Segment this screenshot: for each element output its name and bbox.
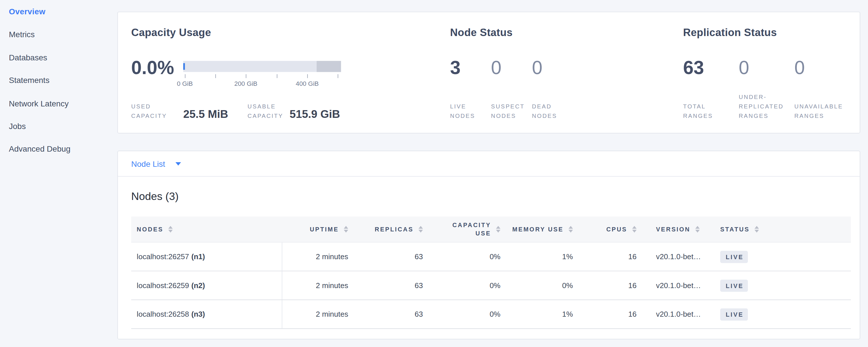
- node-name: (n2): [191, 281, 205, 289]
- live-nodes-label: LIVE NODES: [450, 102, 483, 121]
- node-address: localhost:26258: [137, 310, 189, 318]
- replicas-cell: 63: [349, 300, 424, 328]
- under-replicated-ranges-value: 0: [739, 56, 795, 78]
- column-label: UPTIME: [310, 226, 339, 232]
- sort-icon: [418, 226, 423, 232]
- capacity-usage-section: Capacity Usage 0.0% 0 GiB 200 GiB 400 Gi…: [131, 12, 441, 133]
- cpus-cell: 16: [574, 243, 638, 271]
- capacity-bar-used-segment: [183, 63, 185, 70]
- column-header-status[interactable]: STATUS: [718, 217, 851, 242]
- memory-use-cell: 1%: [502, 300, 574, 328]
- table-row[interactable]: localhost:26257 (n1) 2 minutes 63 0% 1% …: [131, 243, 851, 272]
- column-label: CPUS: [606, 226, 627, 232]
- uptime-cell: 2 minutes: [282, 271, 349, 299]
- sort-icon: [344, 226, 348, 232]
- node-status-section: Node Status 3 0 0 LIVE NODES SUSPECT NOD…: [450, 12, 616, 133]
- table-row[interactable]: localhost:26258 (n3) 2 minutes 63 0% 1% …: [131, 300, 851, 329]
- suspect-nodes-label: SUSPECT NODES: [491, 102, 527, 121]
- node-name: (n3): [191, 310, 205, 318]
- axis-tick: [338, 74, 338, 78]
- column-header-capacity-use[interactable]: CAPACITY USE: [424, 217, 502, 242]
- status-badge: LIVE: [720, 308, 748, 320]
- live-nodes-value: 3: [450, 56, 491, 78]
- node-status-title: Node Status: [450, 27, 513, 39]
- sort-icon: [496, 226, 500, 232]
- capacity-use-cell: 0%: [424, 271, 502, 299]
- replication-status-title: Replication Status: [683, 27, 777, 39]
- column-header-uptime[interactable]: UPTIME: [282, 217, 349, 242]
- memory-use-cell: 1%: [502, 243, 574, 271]
- status-badge: LIVE: [720, 251, 748, 263]
- column-label: STATUS: [720, 226, 750, 232]
- axis-tick-label: 0 GiB: [177, 81, 193, 87]
- node-list-card: Node List Nodes (3) NODES UPTIME REPLICA…: [117, 151, 860, 339]
- node-address: localhost:26259: [137, 281, 189, 289]
- uptime-cell: 2 minutes: [282, 300, 349, 328]
- column-header-replicas[interactable]: REPLICAS: [349, 217, 424, 242]
- cpus-cell: 16: [574, 300, 638, 328]
- suspect-nodes-value: 0: [491, 56, 532, 78]
- sidebar-item-databases[interactable]: Databases: [9, 52, 108, 63]
- sidebar-item-advanced-debug[interactable]: Advanced Debug: [9, 144, 108, 155]
- under-replicated-ranges-label: UNDER-REPLICATED RANGES: [739, 92, 789, 121]
- nodes-table: NODES UPTIME REPLICAS CAPACITY USE MEMOR…: [131, 217, 851, 329]
- table-header-row: NODES UPTIME REPLICAS CAPACITY USE MEMOR…: [131, 217, 851, 243]
- uptime-cell: 2 minutes: [282, 243, 349, 271]
- status-badge: LIVE: [720, 280, 748, 292]
- sidebar-item-overview[interactable]: Overview: [9, 6, 108, 17]
- cluster-summary-card: Capacity Usage 0.0% 0 GiB 200 GiB 400 Gi…: [117, 12, 860, 134]
- nodes-heading: Nodes (3): [131, 190, 179, 203]
- node-address-cell[interactable]: localhost:26257 (n1): [131, 243, 282, 271]
- status-cell: LIVE: [718, 271, 851, 299]
- axis-tick: [215, 74, 216, 78]
- used-capacity-label: USED CAPACITY: [131, 102, 183, 121]
- node-list-selector-label: Node List: [131, 159, 165, 168]
- dead-nodes-value: 0: [532, 56, 573, 78]
- memory-use-cell: 0%: [502, 271, 574, 299]
- total-ranges-value: 63: [683, 56, 739, 78]
- sidebar: Overview Metrics Databases Statements Ne…: [9, 6, 108, 166]
- column-label: REPLICAS: [375, 226, 413, 232]
- replicas-cell: 63: [349, 243, 424, 271]
- capacity-bar-unusable-segment: [317, 61, 341, 72]
- node-status-values: 3 0 0: [450, 56, 573, 78]
- cpus-cell: 16: [574, 271, 638, 299]
- replication-labels: TOTAL RANGES UNDER-REPLICATED RANGES UNA…: [683, 99, 850, 121]
- capacity-usage-title: Capacity Usage: [131, 27, 211, 39]
- sidebar-item-metrics[interactable]: Metrics: [9, 29, 108, 40]
- version-cell: v20.1.0-bet…: [638, 243, 718, 271]
- replication-values: 63 0 0: [683, 56, 850, 78]
- sidebar-item-jobs[interactable]: Jobs: [9, 121, 108, 132]
- capacity-percent-value: 0.0%: [131, 56, 174, 78]
- replication-status-section: Replication Status 63 0 0 TOTAL RANGES U…: [683, 12, 866, 133]
- status-cell: LIVE: [718, 300, 851, 328]
- used-capacity-value: 25.5 MiB: [183, 108, 228, 121]
- node-address-cell[interactable]: localhost:26259 (n2): [131, 271, 282, 299]
- usable-capacity-label: USABLE CAPACITY: [248, 102, 290, 121]
- replicas-cell: 63: [349, 271, 424, 299]
- axis-tick: [185, 74, 185, 78]
- sort-icon: [568, 226, 573, 232]
- axis-tick-label: 400 GiB: [296, 81, 319, 87]
- column-header-version[interactable]: VERSION: [638, 217, 718, 242]
- sort-icon: [168, 226, 173, 232]
- total-ranges-label: TOTAL RANGES: [683, 102, 718, 121]
- unavailable-ranges-value: 0: [795, 56, 850, 78]
- table-row[interactable]: localhost:26259 (n2) 2 minutes 63 0% 0% …: [131, 271, 851, 300]
- axis-tick-label: 200 GiB: [234, 81, 257, 87]
- dead-nodes-label: DEAD NODES: [532, 102, 565, 121]
- sidebar-item-statements[interactable]: Statements: [9, 75, 108, 86]
- unavailable-ranges-label: UNAVAILABLE RANGES: [795, 102, 850, 121]
- column-label: MEMORY USE: [512, 226, 563, 232]
- column-header-memory-use[interactable]: MEMORY USE: [502, 217, 574, 242]
- axis-tick: [246, 74, 247, 78]
- axis-tick: [307, 74, 308, 78]
- node-list-selector[interactable]: Node List: [118, 151, 860, 177]
- column-label: VERSION: [656, 226, 690, 232]
- sidebar-item-network-latency[interactable]: Network Latency: [9, 98, 108, 109]
- column-header-cpus[interactable]: CPUS: [574, 217, 638, 242]
- node-address-cell[interactable]: localhost:26258 (n3): [131, 300, 282, 328]
- status-cell: LIVE: [718, 243, 851, 271]
- node-status-labels: LIVE NODES SUSPECT NODES DEAD NODES: [450, 99, 565, 121]
- column-header-nodes[interactable]: NODES: [131, 217, 282, 242]
